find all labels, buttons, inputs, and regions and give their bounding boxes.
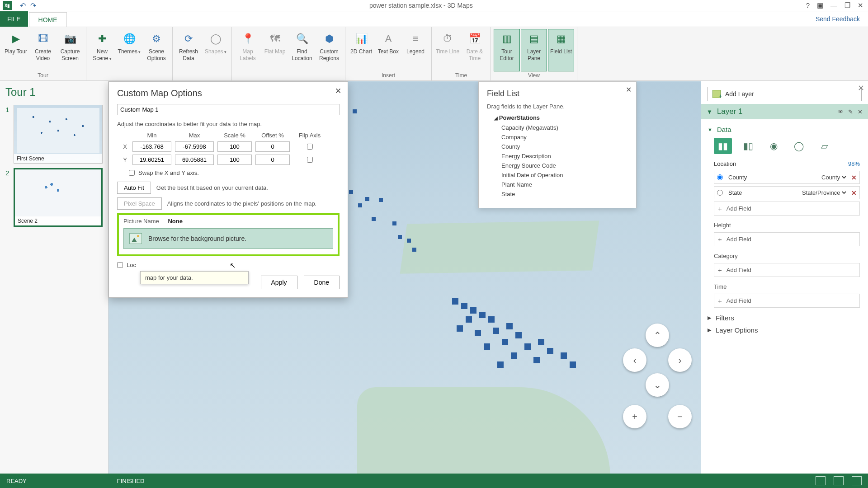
refresh-data-button[interactable]: ⟳Refresh Data bbox=[175, 29, 202, 71]
add-field-button[interactable]: +Add Field bbox=[714, 202, 860, 216]
restore-button[interactable]: ❐ bbox=[844, 1, 850, 9]
play-tour-button[interactable]: ▶Play Tour bbox=[3, 29, 29, 71]
send-feedback-link[interactable]: Send Feedback bbox=[816, 15, 860, 23]
location-type-select[interactable]: State/Province bbox=[800, 189, 848, 197]
field-item[interactable]: State bbox=[501, 189, 628, 199]
location-type-select[interactable]: County bbox=[820, 174, 848, 181]
field-item[interactable]: Capacity (Megawatts) bbox=[501, 123, 628, 132]
viz-clustered-column-button[interactable]: ▮▯ bbox=[739, 138, 757, 154]
help-icon[interactable]: ? bbox=[806, 1, 810, 9]
location-radio[interactable] bbox=[717, 190, 723, 196]
new-scene-button[interactable]: ✚New Scene bbox=[89, 29, 115, 71]
add-field-button[interactable]: +Add Field bbox=[714, 263, 860, 277]
scene-options-button[interactable]: ⚙Scene Options bbox=[143, 29, 170, 71]
zoom-out-button[interactable]: − bbox=[668, 405, 692, 428]
close-icon[interactable]: ✕ bbox=[858, 83, 864, 93]
field-item[interactable]: Energy Description bbox=[501, 151, 628, 161]
rotate-right-button[interactable]: › bbox=[668, 348, 692, 372]
undo-button[interactable]: ↶ bbox=[20, 1, 26, 10]
field-item[interactable]: Company bbox=[501, 132, 628, 142]
create-video-button[interactable]: 🎞Create Video bbox=[30, 29, 56, 71]
custom-regions-button[interactable]: ⬢Custom Regions bbox=[316, 29, 342, 71]
ribbon-options-icon[interactable]: ▣ bbox=[817, 1, 823, 9]
themes-button[interactable]: 🌐Themes bbox=[116, 29, 142, 71]
view-mode-3-icon[interactable] bbox=[852, 476, 862, 485]
lock-checkbox[interactable] bbox=[117, 262, 123, 268]
swap-axes-label: Swap the X and Y axis. bbox=[138, 169, 199, 176]
eye-icon[interactable]: 👁 bbox=[838, 108, 844, 115]
tilt-down-button[interactable]: ⌄ bbox=[646, 373, 669, 397]
dialog-description: Adjust the coordinates to better fit you… bbox=[117, 121, 340, 127]
window-title: power station sample.xlsx - 3D Maps bbox=[36, 2, 806, 9]
timeline-button: ⏱Time Line bbox=[434, 29, 461, 71]
y-max-input[interactable] bbox=[175, 155, 214, 165]
2d-chart-button[interactable]: 📊2D Chart bbox=[348, 29, 374, 71]
scene-thumb-2[interactable]: Scene 2 bbox=[14, 168, 103, 227]
viz-stacked-column-button[interactable]: ▮▮ bbox=[714, 138, 732, 154]
legend-button[interactable]: ≡Legend bbox=[402, 29, 429, 71]
delete-icon[interactable]: ✕ bbox=[858, 108, 863, 115]
section-filters[interactable]: Filters bbox=[708, 314, 860, 322]
add-layer-button[interactable]: Add Layer bbox=[708, 87, 862, 101]
rotate-left-button[interactable]: ‹ bbox=[623, 348, 646, 372]
section-layer-options[interactable]: Layer Options bbox=[708, 326, 860, 334]
field-item[interactable]: County bbox=[501, 142, 628, 151]
field-item[interactable]: Energy Source Code bbox=[501, 161, 628, 170]
x-scale-input[interactable] bbox=[217, 141, 252, 152]
redo-button[interactable]: ↷ bbox=[30, 1, 36, 10]
swap-axes-checkbox[interactable] bbox=[129, 170, 135, 176]
x-max-input[interactable] bbox=[175, 141, 214, 152]
zoom-in-button[interactable]: + bbox=[623, 405, 646, 428]
location-field: State bbox=[728, 189, 797, 196]
remove-icon[interactable]: ✕ bbox=[851, 174, 857, 181]
tour-title: Tour 1 bbox=[5, 86, 103, 99]
viz-heatmap-button[interactable]: ◯ bbox=[790, 138, 808, 154]
layer-pane-button[interactable]: ▤Layer Pane bbox=[521, 29, 547, 71]
height-label: Height bbox=[714, 222, 860, 229]
field-item[interactable]: Initial Date of Operation bbox=[501, 170, 628, 180]
text-box-button[interactable]: AText Box bbox=[375, 29, 401, 71]
browse-picture-button[interactable]: Browse for the background picture. bbox=[123, 228, 333, 249]
location-label: Location bbox=[714, 160, 736, 167]
location-radio[interactable] bbox=[717, 174, 723, 180]
auto-fit-button[interactable]: Auto Fit bbox=[117, 182, 151, 194]
apply-button[interactable]: Apply bbox=[261, 276, 297, 289]
tab-file[interactable]: FILE bbox=[0, 11, 28, 27]
tour-editor-button[interactable]: ▥Tour Editor bbox=[494, 29, 520, 71]
close-icon[interactable]: ✕ bbox=[626, 85, 632, 94]
layer-pane: ✕ Add Layer ▼ Layer 1 👁 ✎ ✕ Data ▮▮ ▮▯ ◉… bbox=[701, 81, 868, 474]
field-item[interactable]: Plant Name bbox=[501, 180, 628, 189]
section-data[interactable]: Data bbox=[708, 126, 860, 133]
x-flip-checkbox[interactable] bbox=[307, 144, 313, 150]
col-flip: Flip Axis bbox=[293, 132, 326, 139]
location-percent[interactable]: 98% bbox=[848, 160, 860, 167]
field-list-button[interactable]: ▦Field List bbox=[548, 29, 574, 71]
view-mode-2-icon[interactable] bbox=[834, 476, 844, 485]
chevron-down-icon[interactable]: ▼ bbox=[707, 108, 712, 115]
add-field-button[interactable]: +Add Field bbox=[714, 232, 860, 246]
viz-region-button[interactable]: ▱ bbox=[815, 138, 833, 154]
close-window-button[interactable]: ✕ bbox=[858, 1, 863, 9]
viz-bubble-button[interactable]: ◉ bbox=[764, 138, 783, 154]
done-button[interactable]: Done bbox=[304, 276, 340, 289]
y-offset-input[interactable] bbox=[255, 155, 290, 165]
remove-icon[interactable]: ✕ bbox=[851, 189, 857, 197]
minimize-button[interactable]: — bbox=[830, 1, 837, 9]
edit-icon[interactable]: ✎ bbox=[848, 108, 853, 115]
y-scale-input[interactable] bbox=[217, 155, 252, 165]
x-offset-input[interactable] bbox=[255, 141, 290, 152]
find-location-button[interactable]: 🔍Find Location bbox=[289, 29, 315, 71]
custom-map-name-input[interactable] bbox=[117, 104, 340, 115]
tilt-up-button[interactable]: ⌃ bbox=[646, 324, 669, 347]
y-min-input[interactable] bbox=[132, 155, 171, 165]
close-icon[interactable]: ✕ bbox=[335, 86, 341, 96]
tab-home[interactable]: HOME bbox=[29, 12, 67, 27]
view-mode-1-icon[interactable] bbox=[816, 476, 826, 485]
layer-header[interactable]: ▼ Layer 1 👁 ✎ ✕ bbox=[701, 104, 868, 119]
x-min-input[interactable] bbox=[132, 141, 171, 152]
capture-screen-button[interactable]: 📷Capture Screen bbox=[57, 29, 83, 71]
scene-thumb-1[interactable]: First Scene bbox=[14, 105, 103, 164]
add-field-button[interactable]: +Add Field bbox=[714, 294, 860, 308]
dataset-name[interactable]: PowerStations bbox=[494, 114, 628, 121]
y-flip-checkbox[interactable] bbox=[307, 157, 313, 163]
